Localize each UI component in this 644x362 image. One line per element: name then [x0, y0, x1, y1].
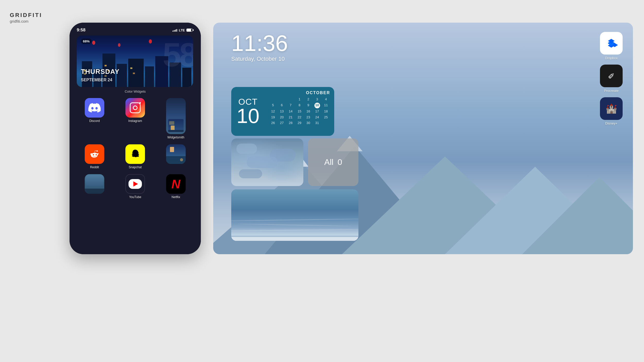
phone-status-icons: LTE: [173, 28, 194, 32]
calendar-month-full: OCTOBER: [269, 91, 330, 95]
procreate-app-label: Procreate: [604, 89, 619, 93]
battery-icon: [186, 29, 194, 32]
list-item: Widgetsmith: [156, 95, 196, 142]
list-item: Snapchat: [115, 142, 156, 172]
list-item: YouTube: [115, 172, 156, 201]
sky-photo-widget[interactable]: [231, 138, 303, 186]
calendar-grid: 1 2 3 4 5 6 7 8 9 10 11 12 13 14 15 16 1…: [269, 97, 330, 126]
calendar-today: 10: [314, 103, 320, 108]
widget-battery-label: 68%: [81, 39, 92, 44]
phone-mockup: 9:58 LTE: [70, 23, 201, 254]
discord-icon: [88, 102, 101, 114]
ios-right-app-column: ✦ Dropbox ✏ Procreate 🏰 Disney+: [600, 32, 623, 130]
color-widget[interactable]: 68% 58 THURSDAY SEPTEMBER 24: [77, 36, 193, 87]
procreate-app-icon[interactable]: ✏: [600, 65, 623, 87]
widgetsmith-app-label: Widgetsmith: [167, 136, 184, 139]
widget-app-name: Color Widgets: [70, 90, 201, 93]
lofi-app-icon[interactable]: [166, 144, 186, 164]
list-item: ✏ Procreate: [600, 65, 623, 93]
widget-date: SEPTEMBER 24: [81, 78, 112, 82]
all-label: All: [324, 157, 333, 167]
disney-app-label: Disney+: [605, 121, 617, 125]
discord-app-icon[interactable]: [85, 98, 104, 118]
netflix-app-icon[interactable]: N: [166, 174, 186, 194]
snapchat-app-icon[interactable]: [125, 144, 145, 164]
lte-label: LTE: [179, 28, 185, 32]
ios-time-display: 11:36 Saturday, October 10: [231, 32, 288, 62]
list-item: 🏰 Disney+: [600, 97, 623, 125]
disney-castle-icon: 🏰: [606, 103, 617, 114]
instagram-inner-icon: [130, 102, 141, 113]
list-item: N Netflix: [156, 172, 196, 201]
phone-time: 9:58: [77, 28, 85, 33]
svg-text:✦: ✦: [608, 38, 615, 47]
logo: GRIDFITI gridfiti.com: [10, 12, 42, 23]
list-item: [74, 172, 115, 201]
widget-day: THURSDAY: [81, 68, 119, 76]
youtube-app-label: YouTube: [129, 195, 141, 199]
brand-name: GRIDFITI: [10, 12, 42, 19]
all-count-widget[interactable]: All 0: [308, 138, 358, 186]
list-item: ✦ Dropbox: [600, 32, 623, 60]
calendar-widget[interactable]: OCT 10 OCTOBER 1 2 3 4 5 6 7 8 9 10 11: [231, 87, 334, 136]
widget-decorative-number: 58: [162, 38, 193, 72]
procreate-pencil-icon: ✏: [605, 70, 617, 82]
brand-url: gridfiti.com: [10, 19, 42, 23]
lofi2-app-icon[interactable]: [85, 174, 104, 194]
netflix-app-label: Netflix: [171, 195, 180, 199]
ios-home-screen: 11:36 Saturday, October 10 OCT 10 OCTOBE…: [213, 23, 633, 254]
instagram-app-icon[interactable]: [125, 98, 145, 118]
snapchat-app-label: Snapchat: [129, 165, 142, 169]
reddit-icon: [88, 148, 101, 161]
list-item: Instagram: [115, 95, 156, 142]
signal-icon: [173, 29, 177, 32]
calendar-day-number: 10: [237, 106, 260, 126]
dropbox-app-icon[interactable]: ✦: [600, 32, 623, 55]
netflix-n-icon: N: [171, 177, 181, 191]
ios-date: Saturday, October 10: [231, 56, 288, 62]
disney-app-icon[interactable]: 🏰: [600, 97, 623, 120]
instagram-app-label: Instagram: [128, 119, 142, 123]
dropbox-icon: ✦: [605, 37, 618, 50]
widgetsmith-app-icon[interactable]: [166, 98, 186, 134]
phone-status-bar: 9:58 LTE: [70, 23, 201, 34]
ocean-photo-widget[interactable]: [231, 189, 358, 241]
app-grid: Discord Instagram: [70, 95, 201, 201]
ios-clock: 11:36: [231, 32, 288, 55]
dropbox-app-label: Dropbox: [605, 56, 617, 60]
discord-app-label: Discord: [89, 119, 100, 123]
all-count: 0: [338, 157, 342, 167]
list-item: Reddit: [74, 142, 115, 172]
list-item: [156, 142, 196, 172]
youtube-app-icon[interactable]: [125, 174, 145, 194]
youtube-play-icon: [133, 181, 138, 187]
reddit-app-label: Reddit: [90, 165, 99, 169]
phone-screen: 9:58 LTE: [70, 23, 201, 254]
list-item: Discord: [74, 95, 115, 142]
snapchat-icon: [129, 148, 141, 160]
reddit-app-icon[interactable]: [85, 144, 104, 164]
calendar-left-panel: OCT 10: [231, 87, 265, 136]
calendar-right-panel: OCTOBER 1 2 3 4 5 6 7 8 9 10 11 12 13 14: [265, 87, 334, 136]
